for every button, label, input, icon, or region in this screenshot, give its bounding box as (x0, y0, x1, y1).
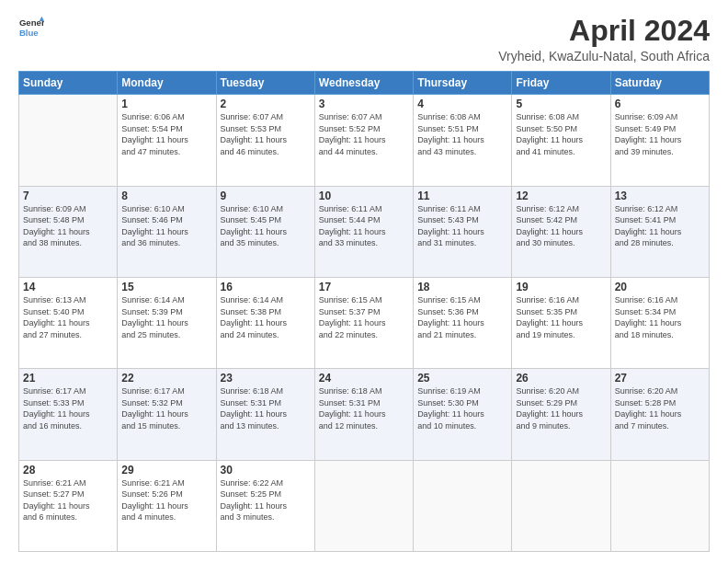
table-row: 5Sunrise: 6:08 AM Sunset: 5:50 PM Daylig… (512, 95, 610, 186)
day-info: Sunrise: 6:06 AM Sunset: 5:54 PM Dayligh… (121, 111, 211, 157)
day-info: Sunrise: 6:18 AM Sunset: 5:31 PM Dayligh… (319, 385, 409, 431)
table-row (414, 460, 512, 551)
table-row: 27Sunrise: 6:20 AM Sunset: 5:28 PM Dayli… (610, 369, 709, 460)
day-info: Sunrise: 6:14 AM Sunset: 5:38 PM Dayligh… (221, 294, 311, 340)
table-row: 12Sunrise: 6:12 AM Sunset: 5:42 PM Dayli… (512, 186, 610, 277)
day-number: 9 (221, 190, 311, 202)
logo: General Blue (18, 15, 44, 40)
day-info: Sunrise: 6:22 AM Sunset: 5:25 PM Dayligh… (221, 477, 311, 523)
table-row: 16Sunrise: 6:14 AM Sunset: 5:38 PM Dayli… (216, 277, 314, 368)
main-title: April 2024 (498, 15, 710, 47)
table-row: 18Sunrise: 6:15 AM Sunset: 5:36 PM Dayli… (414, 277, 512, 368)
day-info: Sunrise: 6:17 AM Sunset: 5:33 PM Dayligh… (23, 385, 113, 431)
table-row: 15Sunrise: 6:14 AM Sunset: 5:39 PM Dayli… (118, 277, 216, 368)
day-info: Sunrise: 6:15 AM Sunset: 5:36 PM Dayligh… (417, 294, 507, 340)
calendar-week-row: 1Sunrise: 6:06 AM Sunset: 5:54 PM Daylig… (19, 95, 710, 186)
day-number: 15 (121, 281, 211, 293)
table-row: 19Sunrise: 6:16 AM Sunset: 5:35 PM Dayli… (512, 277, 610, 368)
table-row: 25Sunrise: 6:19 AM Sunset: 5:30 PM Dayli… (414, 369, 512, 460)
day-number: 2 (221, 98, 311, 110)
table-row: 9Sunrise: 6:10 AM Sunset: 5:45 PM Daylig… (216, 186, 314, 277)
day-number: 27 (615, 372, 705, 385)
day-number: 21 (23, 372, 113, 385)
header-thursday: Thursday (414, 72, 512, 95)
day-info: Sunrise: 6:10 AM Sunset: 5:45 PM Dayligh… (221, 203, 311, 249)
day-number: 20 (615, 281, 705, 293)
table-row (314, 460, 413, 551)
day-number: 13 (615, 190, 705, 202)
day-info: Sunrise: 6:14 AM Sunset: 5:39 PM Dayligh… (121, 294, 211, 340)
day-number: 24 (319, 372, 409, 385)
calendar-week-row: 14Sunrise: 6:13 AM Sunset: 5:40 PM Dayli… (19, 277, 710, 368)
table-row: 26Sunrise: 6:20 AM Sunset: 5:29 PM Dayli… (512, 369, 610, 460)
table-row: 1Sunrise: 6:06 AM Sunset: 5:54 PM Daylig… (118, 95, 216, 186)
day-info: Sunrise: 6:16 AM Sunset: 5:35 PM Dayligh… (516, 294, 606, 340)
day-info: Sunrise: 6:19 AM Sunset: 5:30 PM Dayligh… (417, 385, 507, 431)
day-info: Sunrise: 6:16 AM Sunset: 5:34 PM Dayligh… (615, 294, 705, 340)
day-info: Sunrise: 6:11 AM Sunset: 5:43 PM Dayligh… (417, 203, 507, 249)
table-row: 2Sunrise: 6:07 AM Sunset: 5:53 PM Daylig… (216, 95, 314, 186)
table-row: 3Sunrise: 6:07 AM Sunset: 5:52 PM Daylig… (314, 95, 413, 186)
day-info: Sunrise: 6:13 AM Sunset: 5:40 PM Dayligh… (23, 294, 113, 340)
subtitle: Vryheid, KwaZulu-Natal, South Africa (498, 49, 710, 63)
day-number: 17 (319, 281, 409, 293)
day-number: 1 (121, 98, 211, 110)
header-saturday: Saturday (610, 72, 709, 95)
header-wednesday: Wednesday (314, 72, 413, 95)
calendar-header-row: Sunday Monday Tuesday Wednesday Thursday… (19, 72, 710, 95)
day-info: Sunrise: 6:20 AM Sunset: 5:28 PM Dayligh… (615, 385, 705, 431)
day-info: Sunrise: 6:18 AM Sunset: 5:31 PM Dayligh… (221, 385, 311, 431)
table-row: 11Sunrise: 6:11 AM Sunset: 5:43 PM Dayli… (414, 186, 512, 277)
day-info: Sunrise: 6:12 AM Sunset: 5:41 PM Dayligh… (615, 203, 705, 249)
table-row: 7Sunrise: 6:09 AM Sunset: 5:48 PM Daylig… (19, 186, 118, 277)
day-number: 12 (516, 190, 606, 202)
day-number: 18 (417, 281, 507, 293)
day-number: 8 (121, 190, 211, 202)
day-info: Sunrise: 6:21 AM Sunset: 5:27 PM Dayligh… (23, 477, 113, 523)
table-row: 13Sunrise: 6:12 AM Sunset: 5:41 PM Dayli… (610, 186, 709, 277)
table-row: 8Sunrise: 6:10 AM Sunset: 5:46 PM Daylig… (118, 186, 216, 277)
calendar-week-row: 21Sunrise: 6:17 AM Sunset: 5:33 PM Dayli… (19, 369, 710, 460)
table-row (512, 460, 610, 551)
page: General Blue April 2024 Vryheid, KwaZulu… (0, 0, 728, 563)
title-block: April 2024 Vryheid, KwaZulu-Natal, South… (498, 15, 710, 63)
day-info: Sunrise: 6:09 AM Sunset: 5:49 PM Dayligh… (615, 111, 705, 157)
day-info: Sunrise: 6:07 AM Sunset: 5:52 PM Dayligh… (319, 111, 409, 157)
table-row: 22Sunrise: 6:17 AM Sunset: 5:32 PM Dayli… (118, 369, 216, 460)
day-info: Sunrise: 6:12 AM Sunset: 5:42 PM Dayligh… (516, 203, 606, 249)
table-row: 21Sunrise: 6:17 AM Sunset: 5:33 PM Dayli… (19, 369, 118, 460)
logo-icon: General Blue (18, 15, 44, 40)
day-number: 3 (319, 98, 409, 110)
day-info: Sunrise: 6:08 AM Sunset: 5:51 PM Dayligh… (417, 111, 507, 157)
day-number: 23 (221, 372, 311, 385)
day-number: 19 (516, 281, 606, 293)
day-info: Sunrise: 6:20 AM Sunset: 5:29 PM Dayligh… (516, 385, 606, 431)
header-monday: Monday (118, 72, 216, 95)
table-row: 14Sunrise: 6:13 AM Sunset: 5:40 PM Dayli… (19, 277, 118, 368)
table-row: 30Sunrise: 6:22 AM Sunset: 5:25 PM Dayli… (216, 460, 314, 551)
day-number: 11 (417, 190, 507, 202)
day-number: 10 (319, 190, 409, 202)
day-info: Sunrise: 6:11 AM Sunset: 5:44 PM Dayligh… (319, 203, 409, 249)
table-row (19, 95, 118, 186)
table-row: 17Sunrise: 6:15 AM Sunset: 5:37 PM Dayli… (314, 277, 413, 368)
day-number: 26 (516, 372, 606, 385)
table-row (610, 460, 709, 551)
day-number: 4 (417, 98, 507, 110)
table-row: 20Sunrise: 6:16 AM Sunset: 5:34 PM Dayli… (610, 277, 709, 368)
day-number: 28 (23, 464, 113, 477)
calendar-table: Sunday Monday Tuesday Wednesday Thursday… (18, 71, 710, 552)
table-row: 28Sunrise: 6:21 AM Sunset: 5:27 PM Dayli… (19, 460, 118, 551)
day-info: Sunrise: 6:10 AM Sunset: 5:46 PM Dayligh… (121, 203, 211, 249)
day-number: 29 (121, 464, 211, 477)
day-info: Sunrise: 6:07 AM Sunset: 5:53 PM Dayligh… (221, 111, 311, 157)
table-row: 10Sunrise: 6:11 AM Sunset: 5:44 PM Dayli… (314, 186, 413, 277)
calendar-week-row: 28Sunrise: 6:21 AM Sunset: 5:27 PM Dayli… (19, 460, 710, 551)
day-info: Sunrise: 6:08 AM Sunset: 5:50 PM Dayligh… (516, 111, 606, 157)
day-number: 7 (23, 190, 113, 202)
day-number: 14 (23, 281, 113, 293)
table-row: 24Sunrise: 6:18 AM Sunset: 5:31 PM Dayli… (314, 369, 413, 460)
day-info: Sunrise: 6:21 AM Sunset: 5:26 PM Dayligh… (121, 477, 211, 523)
table-row: 23Sunrise: 6:18 AM Sunset: 5:31 PM Dayli… (216, 369, 314, 460)
header-tuesday: Tuesday (216, 72, 314, 95)
